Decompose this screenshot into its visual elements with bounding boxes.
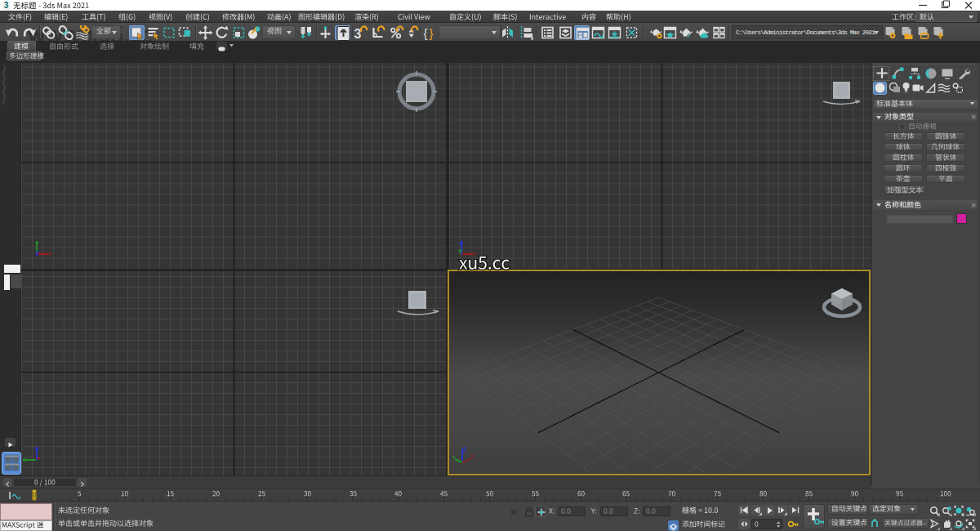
svg-text:{: { [423, 25, 427, 39]
svg-text:}: } [429, 25, 433, 39]
svg-text:3: 3 [4, 1, 9, 10]
